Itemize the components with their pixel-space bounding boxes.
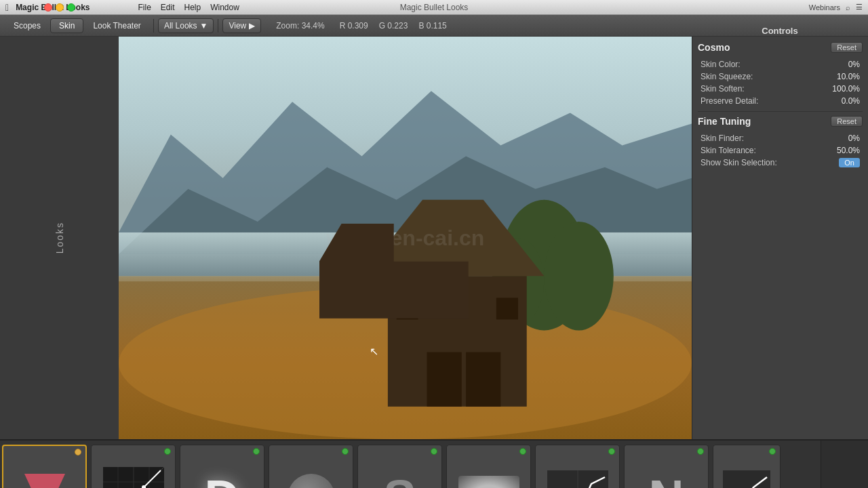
curves-icon — [92, 445, 175, 488]
all-looks-dropdown[interactable]: All Looks ▼ — [158, 18, 214, 33]
spot-exposure-icon: S — [358, 445, 441, 488]
tool-card-warm-cool[interactable]: Warm/Cool — [269, 445, 353, 488]
menu-help[interactable]: Help — [184, 3, 201, 12]
menu-file[interactable]: File — [138, 3, 151, 12]
tool-card-vignette[interactable]: Vignette — [446, 445, 531, 488]
tool-card-diffusion[interactable]: D Diffusion — [180, 445, 264, 488]
toolbar-separator-2 — [218, 19, 218, 33]
skin-color-row: Skin Color: 0% — [698, 58, 863, 70]
tool-card-spot-exposure[interactable]: S Spot Exposure — [357, 445, 442, 488]
svg-point-8 — [492, 238, 545, 325]
skin-finder-value: 0% — [823, 134, 860, 143]
skin-color-label: Skin Color: — [701, 60, 741, 69]
skin-soften-row: Skin Soften: 100.0% — [698, 83, 863, 95]
svg-marker-2 — [119, 157, 692, 277]
dropdown-arrow-icon: ▼ — [200, 21, 208, 30]
search-icon[interactable]: ⌕ — [846, 3, 850, 12]
preserve-detail-value: 0.0% — [823, 96, 860, 106]
skin-finder-label: Skin Finder: — [701, 134, 744, 143]
svg-rect-11 — [427, 352, 462, 407]
zoom-label: Zoom: 34.4% — [276, 21, 324, 30]
fine-tuning-reset-button[interactable]: Reset — [831, 116, 863, 127]
skin-squeeze-value: 10.0% — [823, 72, 860, 81]
close-button[interactable] — [44, 3, 52, 12]
skin-soften-label: Skin Soften: — [701, 84, 745, 94]
show-skin-selection-label: Show Skin Selection: — [701, 158, 777, 167]
menu-bar: File Edit Help Window — [138, 3, 239, 12]
right-panel: Reset Cosmo Skin Color: 0% Skin Squeeze:… — [692, 37, 868, 439]
show-skin-selection-value[interactable]: On — [839, 158, 860, 167]
section-divider — [698, 111, 863, 112]
svg-rect-9 — [388, 276, 527, 407]
diffusion-icon: D — [180, 445, 264, 488]
skin-squeeze-row: Skin Squeeze: 10.0% — [698, 70, 863, 83]
skin-button[interactable]: Skin — [50, 18, 83, 33]
preserve-detail-row: Preserve Detail: 0.0% — [698, 95, 863, 107]
preview-area[interactable]: www.ren-cai.cn ↖ — [119, 37, 692, 439]
cosmo-reset-button[interactable]: Reset — [831, 42, 863, 53]
vignette-icon — [447, 445, 530, 488]
window-title: Magic Bullet Looks — [400, 3, 469, 12]
rgb-values: R 0.309 G 0.223 B 0.115 — [340, 21, 447, 30]
telecine-icon: N — [625, 445, 708, 488]
skin-color-value: 0% — [823, 60, 860, 69]
svg-rect-14 — [496, 298, 518, 319]
svg-point-7 — [544, 222, 613, 331]
svg-rect-4 — [119, 281, 692, 439]
skin-tolerance-label: Skin Tolerance: — [701, 146, 756, 155]
tool-card-telecine[interactable]: N Telecine Net — [624, 445, 709, 488]
svg-marker-15 — [24, 474, 65, 488]
titlebar-right: Webinars ⌕ ☰ — [809, 3, 863, 12]
tool-card-cosmo[interactable]: Cosmo — [2, 445, 87, 488]
tools-strip: Cosmo Curves — [0, 439, 868, 488]
menu-icon[interactable]: ☰ — [856, 3, 863, 12]
svg-marker-1 — [119, 91, 692, 254]
tools-right-label: Tools — [821, 441, 868, 488]
minimize-button[interactable] — [56, 3, 64, 12]
auto-sho-icon — [713, 445, 780, 488]
r-value: R 0.309 — [340, 21, 368, 30]
watermark: www.ren-cai.cn — [326, 226, 485, 251]
svg-point-5 — [119, 287, 692, 439]
tool-card-curves[interactable]: Curves — [91, 445, 176, 488]
apple-logo-icon:  — [5, 2, 9, 13]
menu-edit[interactable]: Edit — [161, 3, 175, 12]
scopes-button[interactable]: Scopes — [5, 19, 49, 33]
svg-rect-12 — [466, 352, 500, 407]
skin-tolerance-row: Skin Tolerance: 50.0% — [698, 144, 863, 157]
svg-rect-0 — [119, 37, 692, 276]
skin-soften-value: 100.0% — [823, 84, 860, 94]
view-button[interactable]: View ▶ — [222, 18, 261, 33]
look-theater-button[interactable]: Look Theater — [85, 19, 149, 33]
show-skin-selection-row: Show Skin Selection: On — [698, 157, 863, 169]
svg-point-6 — [500, 200, 587, 331]
left-panel: Looks — [0, 37, 119, 439]
warm-cool-icon — [269, 445, 353, 488]
svg-rect-3 — [119, 232, 692, 298]
shoulder-icon — [536, 445, 619, 488]
tool-card-auto-sho[interactable]: Auto Sho — [713, 445, 781, 488]
looks-label: Looks — [54, 222, 65, 253]
b-value: B 0.115 — [418, 21, 446, 30]
skin-squeeze-label: Skin Squeeze: — [701, 72, 753, 81]
preserve-detail-label: Preserve Detail: — [701, 96, 758, 106]
menu-window[interactable]: Window — [210, 3, 239, 12]
svg-rect-13 — [397, 298, 418, 319]
maximize-button[interactable] — [67, 3, 75, 12]
webinars-link[interactable]: Webinars — [809, 3, 840, 12]
toolbar: Scopes Skin Look Theater All Looks ▼ Vie… — [0, 15, 868, 37]
preview-image: www.ren-cai.cn — [119, 37, 692, 439]
skin-tolerance-value: 50.0% — [823, 146, 860, 155]
skin-finder-row: Skin Finder: 0% — [698, 132, 863, 144]
toolbar-separator — [153, 19, 154, 33]
play-icon: ▶ — [249, 21, 255, 30]
controls-panel-title: Controls — [692, 26, 868, 36]
svg-marker-10 — [361, 200, 544, 276]
titlebar:  Magic Bullet Looks File Edit Help Wind… — [0, 0, 868, 15]
cosmo-icon — [3, 446, 85, 488]
tool-card-shoulder[interactable]: Shoulder — [535, 445, 620, 488]
g-value: G 0.223 — [379, 21, 408, 30]
main-area: Looks — [0, 37, 868, 439]
